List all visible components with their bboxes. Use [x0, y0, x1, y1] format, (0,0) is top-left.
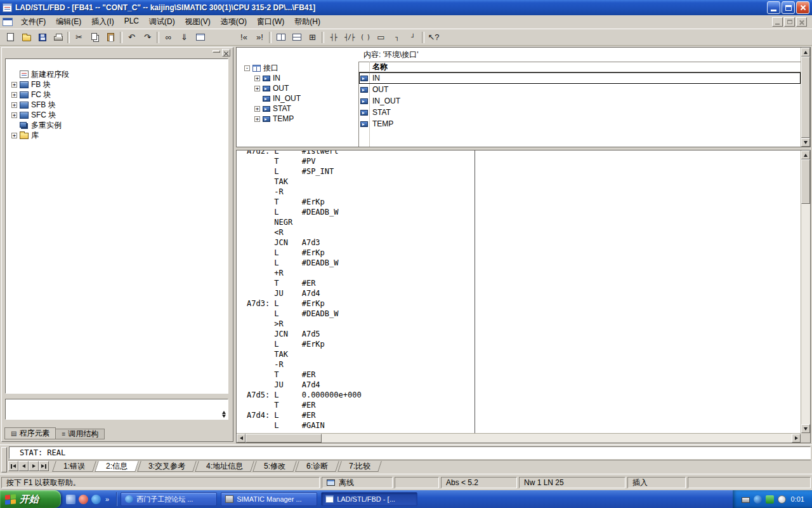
tray-printer-icon[interactable] [742, 497, 750, 503]
code-line[interactable]: L #ErKp [247, 339, 362, 349]
code-line[interactable]: +R [247, 268, 362, 278]
last-tab-button[interactable] [39, 461, 49, 471]
code-line[interactable]: JU A7d4 [247, 380, 362, 390]
redo-button[interactable]: ↷ [140, 30, 155, 44]
expander-icon[interactable]: + [11, 82, 17, 88]
view-toggle-button[interactable] [192, 30, 208, 44]
expander-icon[interactable]: + [11, 112, 17, 118]
scroll-thumb[interactable] [246, 434, 322, 443]
paste-button[interactable] [103, 30, 119, 44]
interface-row[interactable]: IN [359, 72, 801, 84]
code-line[interactable]: L #DEADB_W [247, 309, 362, 319]
code-line[interactable]: L #DEADB_W [247, 258, 362, 268]
download-button[interactable]: ⇓ [176, 30, 192, 44]
menu-item[interactable]: 帮助(H) [289, 15, 325, 29]
interface-root[interactable]: - 接口 [237, 63, 358, 73]
code-line[interactable]: T #ER [247, 370, 362, 380]
interface-tree-item[interactable]: + IN [237, 73, 358, 83]
maximize-button[interactable] [782, 1, 795, 14]
interface-tree-item[interactable]: + OUT [237, 83, 358, 93]
previous-tab-button[interactable] [18, 461, 29, 471]
collapse-icon[interactable]: - [244, 65, 250, 71]
scroll-down-button[interactable] [801, 138, 810, 147]
code-line[interactable]: T #ErKp [247, 197, 362, 207]
mdi-document-icon[interactable] [3, 18, 13, 26]
interface-tree-item[interactable]: + TEMP [237, 114, 358, 124]
scroll-right-button[interactable] [792, 434, 801, 443]
overview-button[interactable]: ⊞ [304, 30, 320, 44]
code-line[interactable]: L #ErKp [247, 248, 362, 258]
panel-grip[interactable] [213, 50, 220, 53]
expander-icon[interactable]: + [11, 92, 17, 98]
start-button[interactable]: 开始 [0, 490, 61, 508]
mdi-minimize-button[interactable] [772, 17, 783, 27]
pane-resize-icon[interactable] [222, 411, 226, 418]
output-tab-modify[interactable]: 5:修改 [252, 461, 297, 472]
scroll-up-button[interactable] [801, 48, 810, 57]
code-line[interactable]: TAK [247, 349, 362, 359]
interface-tree-item[interactable]: IN_OUT [237, 93, 358, 104]
print-button[interactable] [50, 30, 66, 44]
tree-item[interactable]: + FC 块 [6, 90, 228, 100]
quick-launch-more[interactable]: » [104, 495, 110, 503]
menu-item[interactable]: 文件(F) [16, 15, 51, 29]
coil-button[interactable]: ( ) [357, 30, 373, 44]
code-line[interactable]: A7d2: L #Istwert [247, 150, 362, 156]
scroll-thumb[interactable] [801, 57, 810, 138]
code-line[interactable]: JCN A7d3 [247, 237, 362, 248]
tray-network-icon[interactable] [754, 495, 762, 504]
contact-no-button[interactable]: ┤├ [325, 30, 341, 44]
code-line[interactable]: JU A7d4 [247, 288, 362, 298]
output-tab-info[interactable]: 2:信息 [95, 461, 139, 472]
open-button[interactable] [18, 30, 34, 44]
tree-item[interactable]: + SFC 块 [6, 110, 228, 120]
task-button-lad-stl-fbd[interactable]: LAD/STL/FBD - [... [321, 492, 417, 506]
code-view[interactable]: A7d2: L #Istwert T #PV L #SP_INT TAK -R … [237, 150, 801, 433]
menu-item[interactable]: 调试(D) [144, 15, 180, 29]
tab-call-structure[interactable]: ≡ 调用结构 [55, 429, 105, 439]
new-document-button[interactable] [3, 30, 18, 44]
task-button-simatic-manager[interactable]: SIMATIC Manager ... [221, 492, 317, 506]
menu-item[interactable]: PLC [119, 15, 144, 29]
interface-row[interactable]: STAT [359, 107, 801, 118]
interface-row[interactable]: OUT [359, 84, 801, 95]
code-line[interactable]: A7d3: L #ErKp [247, 298, 362, 309]
task-button-forum[interactable]: 西门子工控论坛 ... [121, 492, 217, 506]
output-panel-grip[interactable] [1, 447, 7, 472]
download-to-plc-button[interactable]: !« [236, 30, 252, 44]
mdi-restore-button[interactable] [784, 17, 795, 27]
expander-icon[interactable]: + [11, 133, 17, 138]
interface-tree-item[interactable]: + STAT [237, 104, 358, 114]
scroll-thumb[interactable] [801, 159, 810, 204]
cut-button[interactable]: ✂ [71, 30, 87, 44]
code-line[interactable]: TAK [247, 177, 362, 187]
code-vertical-scrollbar[interactable] [801, 150, 810, 433]
tree-item[interactable]: + 库 [6, 130, 228, 140]
detail-window-button[interactable] [289, 30, 304, 44]
interface-row[interactable]: TEMP [359, 118, 801, 130]
code-line[interactable]: <R [247, 227, 362, 237]
contact-nc-button[interactable]: ┤/├ [341, 30, 357, 44]
code-line[interactable]: L #SP_INT [247, 166, 362, 177]
menu-item[interactable]: 插入(I) [86, 15, 119, 29]
code-line[interactable]: NEGR [247, 217, 362, 227]
output-tab-address-info[interactable]: 4:地址信息 [195, 461, 254, 472]
expander-icon[interactable]: + [254, 76, 260, 81]
tree-item[interactable]: + FB 块 [6, 79, 228, 90]
panel-close-button[interactable] [222, 49, 230, 57]
code-line[interactable]: L #DEADB_W [247, 207, 362, 217]
tree-item[interactable]: + SFB 块 [6, 100, 228, 110]
copy-button[interactable] [87, 30, 103, 44]
menu-item[interactable]: 视图(V) [180, 15, 216, 29]
scroll-left-button[interactable] [237, 434, 246, 443]
menu-item[interactable]: 选项(O) [216, 15, 252, 29]
tray-antivirus-icon[interactable] [766, 495, 774, 504]
code-line[interactable]: T #ER [247, 400, 362, 410]
code-line[interactable]: >R [247, 319, 362, 329]
quick-launch-ie-icon[interactable] [91, 495, 101, 504]
expander-icon[interactable]: + [254, 116, 260, 122]
scroll-down-button[interactable] [801, 424, 810, 433]
output-tab-diagnostics[interactable]: 6:诊断 [295, 461, 339, 472]
undo-button[interactable]: ↶ [124, 30, 140, 44]
split-window-button[interactable] [273, 30, 289, 44]
